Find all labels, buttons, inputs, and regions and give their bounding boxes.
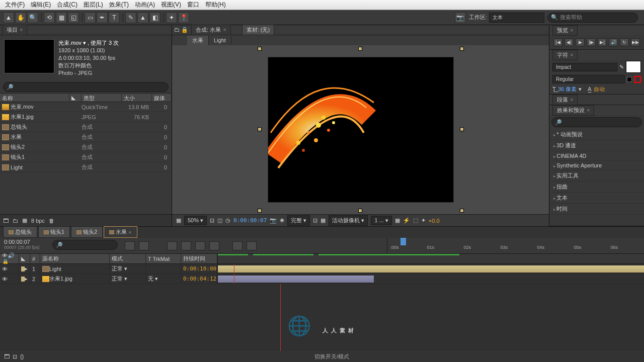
tl-btn-1[interactable] [125, 241, 135, 250]
effect-category[interactable]: * 动画预设 [549, 129, 644, 140]
trash-icon[interactable]: 🗑 [49, 218, 54, 224]
mask-icon[interactable]: ◫ [217, 217, 222, 224]
grid-icon[interactable]: ▦ [176, 217, 181, 224]
effect-category[interactable]: 实用工具 [549, 170, 644, 182]
style-select[interactable]: Regular [552, 75, 625, 83]
timeline-tab[interactable]: 总镜头 [3, 226, 37, 238]
loop-button[interactable]: ↻ [620, 38, 629, 46]
viewer-timecode[interactable]: 0:00:00:07 [233, 217, 267, 224]
pan-tool[interactable]: ▦ [56, 12, 67, 23]
playhead[interactable] [400, 238, 406, 245]
effects-search[interactable]: 🔎 [551, 117, 642, 127]
footage-tab[interactable]: 素材: (无) [242, 25, 274, 35]
layer-row[interactable]: 👁 ▸2 水果1.jpg正常 ▾无 ▾0:00:04:12 [0, 274, 644, 284]
menu-edit[interactable]: 编辑(E) [28, 1, 54, 9]
viewer[interactable] [172, 45, 549, 214]
effects-tab[interactable]: 效果和预设× [552, 105, 594, 116]
camera-select[interactable]: 活动摄像机 ▾ [329, 215, 368, 226]
timeline-tab[interactable]: 镜头2 [71, 226, 103, 238]
transparency-icon[interactable]: ▦ [320, 217, 326, 224]
tl-btn-x[interactable] [247, 241, 257, 250]
snapshot-icon[interactable]: 📷 [270, 217, 277, 224]
selection-tool[interactable]: ▲ [3, 12, 14, 23]
fill-color[interactable] [626, 61, 641, 73]
interpret-icon[interactable]: 🗔 [3, 218, 9, 224]
aspect-icon[interactable]: ⊡ [210, 217, 214, 224]
stroke-color[interactable] [627, 77, 632, 82]
font-size[interactable]: 36 像素 [558, 85, 577, 93]
timeline-tab[interactable]: 水果 × [104, 226, 137, 238]
timeline-tab[interactable]: 镜头1 [38, 226, 70, 238]
roto-tool[interactable]: ✦ [166, 12, 177, 23]
menu-file[interactable]: 文件(F) [2, 1, 28, 9]
paragraph-tab[interactable]: 段落× [552, 95, 578, 105]
views-select[interactable]: 1 ... ▾ [371, 216, 391, 225]
folder-icon[interactable]: 🗀 [13, 218, 18, 224]
pixel-icon[interactable]: ▦ [395, 217, 400, 224]
hand-tool[interactable]: ✋ [15, 12, 26, 23]
audio-button[interactable]: 🔊 [609, 38, 618, 46]
clone-tool[interactable]: ▲ [137, 12, 148, 23]
snapshot-icon[interactable]: 📷 [455, 12, 466, 23]
roi-icon[interactable]: ⊡ [313, 217, 317, 224]
character-tab[interactable]: 字符× [552, 50, 578, 60]
menu-window[interactable]: 窗口 [184, 1, 202, 9]
resolution-select[interactable]: 完整 ▾ [287, 215, 310, 226]
effect-category[interactable]: CINEMA 4D [549, 151, 644, 161]
puppet-tool[interactable]: 📍 [178, 12, 189, 23]
play-button[interactable]: ▶ [576, 38, 585, 46]
toggle-switches[interactable]: 切换开关/模式 [24, 353, 640, 360]
next-frame-button[interactable]: |▶ [587, 38, 596, 46]
motion-blur-button[interactable] [209, 241, 219, 250]
zoom-tool[interactable]: 🔍 [27, 12, 38, 23]
last-frame-button[interactable]: ▶| [598, 38, 607, 46]
time-icon[interactable]: ◷ [225, 217, 230, 224]
bpc-button[interactable]: 8 bpc [31, 218, 45, 224]
help-search[interactable]: 🔍 搜索帮助 [547, 13, 638, 23]
fast-icon[interactable]: ⚡ [403, 217, 410, 224]
current-time[interactable]: 0:00:00:07 00007 (25.00 fps) [0, 238, 50, 253]
effects-list[interactable]: * 动画预设3D 通道CINEMA 4DSynthetic Aperture实用… [549, 129, 644, 215]
preview-tab[interactable]: 预览× [552, 25, 578, 36]
graph-button[interactable] [232, 241, 243, 250]
project-item[interactable]: 水果合成0 [0, 132, 172, 142]
project-item[interactable]: 光束.movQuickTime13.8 MB0 [0, 102, 172, 112]
leading[interactable]: 自动 [594, 85, 605, 93]
renderer-icon[interactable]: ✦ [421, 217, 426, 224]
viewer-tab-1[interactable]: 水果 [187, 36, 209, 45]
project-item[interactable]: Light合成0 [0, 162, 172, 172]
project-item[interactable]: 总镜头合成0 [0, 122, 172, 132]
effect-category[interactable]: 扭曲 [549, 182, 644, 193]
exposure[interactable]: +0.0 [429, 218, 440, 224]
shy-button[interactable] [167, 241, 177, 250]
no-stroke-icon[interactable] [634, 76, 641, 83]
effect-category[interactable]: 3D 通道 [549, 140, 644, 151]
rect-tool[interactable]: ▭ [85, 12, 96, 23]
project-item[interactable]: 镜头2合成0 [0, 142, 172, 152]
text-tool[interactable]: T [109, 12, 120, 23]
menu-comp[interactable]: 合成(C) [54, 1, 80, 9]
menu-anim[interactable]: 动画(A) [132, 1, 158, 9]
comp-icon[interactable]: ▦ [22, 217, 27, 224]
project-item[interactable]: 水果1.jpgJPEG76 KB [0, 112, 172, 122]
workspace-select[interactable]: 文本 [489, 13, 544, 23]
effect-category[interactable]: 文本 [549, 193, 644, 204]
layer-row[interactable]: 👁 ▸1 Light正常 ▾0:00:10:00 [0, 264, 644, 274]
menu-view[interactable]: 视图(V) [158, 1, 184, 9]
toggle-icon[interactable]: 🗔 [4, 353, 10, 359]
track-tool[interactable]: ◱ [68, 12, 79, 23]
viewer-tab-2[interactable]: Light [209, 36, 231, 44]
orbit-tool[interactable]: ⟲ [44, 12, 55, 23]
tl-btn-2[interactable] [139, 241, 149, 250]
brush-tool[interactable]: ✎ [125, 12, 136, 23]
project-search[interactable]: 🔎 [3, 82, 169, 92]
timeline-search[interactable]: 🔎 [52, 240, 118, 250]
3d-icon[interactable]: ⬚ [413, 217, 418, 224]
effect-category[interactable]: Synthetic Aperture [549, 161, 644, 170]
ram-preview-button[interactable]: ▶▶ [631, 38, 640, 46]
font-select[interactable]: Impact [552, 63, 617, 71]
zoom-select[interactable]: 50% ▾ [184, 216, 207, 225]
first-frame-button[interactable]: |◀ [553, 38, 562, 46]
toggle-icon-2[interactable]: ⊡ [13, 353, 17, 360]
prev-frame-button[interactable]: ◀| [565, 38, 574, 46]
